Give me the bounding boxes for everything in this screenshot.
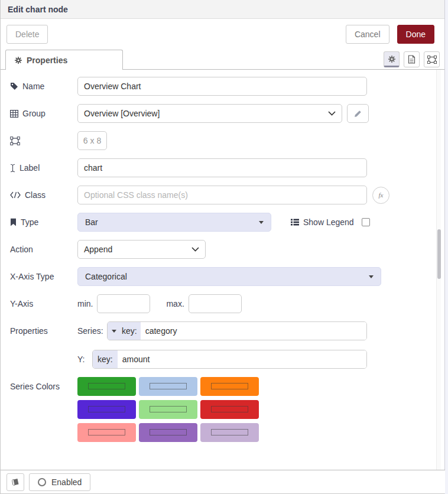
form-scrollbar[interactable] (436, 70, 441, 470)
enabled-toggle-button[interactable]: Enabled (29, 473, 90, 491)
color-input (211, 406, 248, 412)
color-input (88, 406, 125, 412)
fx-button[interactable]: fx (372, 187, 389, 204)
edit-group-button[interactable] (347, 104, 369, 123)
gear-icon (14, 56, 22, 64)
i-beam-icon (10, 164, 15, 173)
done-button[interactable]: Done (397, 25, 434, 44)
color-input (88, 383, 125, 389)
series-type-prefix: key: (108, 322, 141, 340)
tab-bar: Properties (1, 50, 444, 70)
color-input (211, 383, 248, 389)
color-input (150, 406, 187, 412)
series-key-input[interactable] (141, 322, 366, 340)
color-swatch-3[interactable] (200, 377, 259, 396)
tab-icon-buttons (384, 51, 440, 67)
series-colors-label: Series Colors (10, 382, 60, 391)
show-legend-wrap: Show Legend (291, 217, 370, 227)
caret-down-icon (259, 221, 264, 224)
yaxis-label-wrap: Y-Axis (10, 299, 77, 308)
label-row: Label (10, 158, 444, 177)
label-input[interactable] (77, 158, 367, 177)
dialog-header: Edit chart node (1, 0, 444, 19)
y-label: Y: (77, 355, 92, 364)
fx-icon: fx (379, 191, 384, 199)
tab-properties[interactable]: Properties (5, 50, 123, 70)
color-swatch-1[interactable] (77, 377, 136, 396)
color-swatch-7[interactable] (77, 423, 136, 442)
code-icon (10, 191, 21, 199)
node-info-button[interactable] (7, 473, 24, 491)
delete-button[interactable]: Delete (7, 25, 48, 44)
color-input (150, 429, 187, 436)
pencil-icon (354, 110, 362, 118)
series-key-label: key: (121, 326, 141, 336)
y-key-input[interactable] (118, 350, 366, 368)
color-swatch-9[interactable] (200, 423, 259, 442)
document-icon (408, 55, 415, 64)
yaxis-min-label: min. (77, 299, 93, 308)
size-button[interactable]: 6 x 8 (77, 131, 107, 150)
show-legend-checkbox[interactable] (362, 218, 370, 226)
name-row: Name (10, 77, 444, 96)
enabled-label: Enabled (51, 477, 82, 487)
properties-form: Name Group (1, 70, 444, 470)
yaxis-label: Y-Axis (10, 299, 33, 308)
show-legend-label: Show Legend (303, 217, 354, 227)
y-key-label: key: (93, 355, 118, 364)
enabled-toggle-icon (38, 478, 46, 486)
list-icon (291, 219, 299, 226)
y-property-row: Y: key: (77, 350, 444, 369)
action-label-wrap: Action (10, 245, 77, 254)
properties-gear-button[interactable] (384, 51, 400, 67)
yaxis-min-input[interactable] (97, 294, 150, 313)
color-swatch-8[interactable] (139, 423, 197, 442)
class-label-wrap: Class (10, 190, 77, 200)
chevron-down-icon (328, 111, 336, 116)
chart-type-value: Bar (85, 217, 98, 227)
group-label: Group (22, 109, 46, 118)
series-colors-grid (77, 377, 259, 442)
chevron-down-icon (191, 247, 199, 252)
class-label: Class (25, 190, 46, 200)
type-label-wrap: Type (10, 217, 77, 227)
color-swatch-6[interactable] (200, 400, 259, 419)
group-select[interactable]: Overview [Overview] (77, 104, 342, 123)
y-typed-input: key: (92, 350, 367, 369)
class-input[interactable] (77, 186, 367, 204)
action-select-value: Append (84, 245, 112, 254)
caret-down-icon (112, 330, 116, 333)
series-property-row: Properties Series: key: (10, 321, 444, 340)
color-swatch-4[interactable] (77, 400, 136, 419)
type-row: Type Bar (10, 213, 444, 232)
chart-type-select[interactable]: Bar (77, 213, 271, 232)
cancel-button[interactable]: Cancel (346, 25, 389, 44)
name-input[interactable] (77, 77, 367, 96)
properties-label-wrap: Properties (10, 326, 77, 336)
book-icon (11, 478, 20, 486)
yaxis-max-input[interactable] (189, 294, 242, 313)
scrollbar-thumb[interactable] (437, 229, 441, 279)
series-colors-row: Series Colors (10, 377, 444, 442)
name-label: Name (22, 82, 44, 91)
appearance-button[interactable] (424, 51, 440, 67)
xaxis-row: X-Axis Type Categorical (10, 267, 444, 286)
label-label: Label (20, 163, 40, 173)
action-select[interactable]: Append (77, 240, 206, 259)
dialog-panel: Edit chart node Delete Cancel Done (0, 0, 444, 494)
series-type-dropdown[interactable] (108, 330, 121, 333)
description-button[interactable] (404, 51, 420, 67)
size-row: 6 x 8 (10, 131, 444, 150)
edit-chart-node-dialog: Edit chart node Delete Cancel Done (0, 0, 448, 494)
xaxis-type-value: Categorical (85, 272, 127, 281)
bookmark-icon (10, 218, 17, 226)
window-edge-strip (444, 0, 448, 494)
xaxis-label: X-Axis Type (10, 272, 54, 281)
properties-label: Properties (10, 326, 48, 336)
gear-icon (388, 55, 396, 63)
xaxis-type-select[interactable]: Categorical (77, 267, 381, 286)
color-swatch-5[interactable] (139, 400, 197, 419)
label-label-wrap: Label (10, 163, 77, 173)
table-icon (10, 110, 18, 118)
color-swatch-2[interactable] (139, 377, 197, 396)
